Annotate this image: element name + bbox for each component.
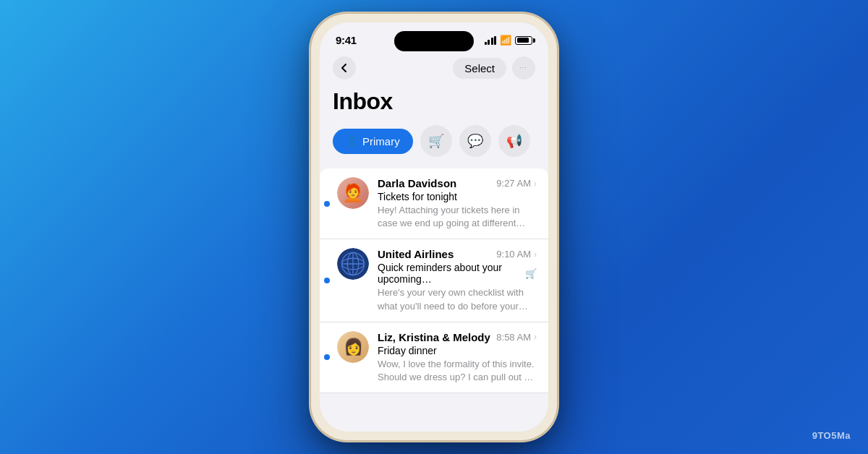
email-time-3: 8:58 AM — [496, 332, 531, 343]
tab-social[interactable]: 💬 — [459, 125, 491, 157]
email-preview-3: Wow, I love the formality of this invite… — [378, 358, 537, 384]
avatar-united — [337, 248, 369, 280]
email-content-3: Liz, Kristina & Melody 8:58 AM › Friday … — [378, 331, 537, 384]
email-preview-1: Hey! Attaching your tickets here in case… — [378, 204, 537, 230]
status-icons: 📶 — [485, 35, 533, 46]
shopping-tag-icon: 🛒 — [525, 268, 537, 279]
email-sender-1: Darla Davidson — [378, 177, 456, 189]
inbox-title: Inbox — [320, 85, 548, 125]
watermark: 9TO5Ma — [812, 430, 851, 441]
chat-icon: 💬 — [467, 133, 483, 149]
select-button[interactable]: Select — [453, 58, 506, 79]
email-chevron-2: › — [534, 249, 537, 260]
email-content-1: Darla Davidson 9:27 AM › Tickets for ton… — [378, 177, 537, 230]
more-button[interactable]: ··· — [512, 56, 535, 80]
megaphone-icon: 📢 — [506, 133, 522, 149]
unread-dot-2 — [324, 278, 330, 283]
person-icon: 👤 — [346, 135, 358, 147]
email-subject-1: Tickets for tonight — [378, 191, 537, 202]
tab-primary-label: Primary — [362, 135, 400, 147]
battery-icon — [515, 36, 532, 45]
unread-dot-3 — [324, 354, 330, 360]
phone-wrapper: 9:41 📶 — [311, 14, 557, 440]
tab-shopping[interactable]: 🛒 — [420, 125, 452, 157]
nav-right-buttons: Select ··· — [453, 56, 535, 80]
email-item-1[interactable]: 🧑‍🦰 Darla Davidson 9:27 AM › Tickets for… — [320, 168, 548, 239]
email-chevron-1: › — [534, 179, 537, 189]
dynamic-island — [394, 31, 474, 51]
tab-primary[interactable]: 👤 Primary — [333, 129, 413, 154]
tab-promotions[interactable]: 📢 — [498, 125, 530, 157]
signal-icon — [485, 36, 497, 45]
email-item-2[interactable]: United Airlines 9:10 AM › Quick reminder… — [320, 239, 548, 322]
nav-bar: Select ··· — [320, 52, 548, 85]
unread-dot-1 — [324, 201, 330, 207]
wifi-icon: 📶 — [500, 35, 511, 46]
avatar-darla: 🧑‍🦰 — [337, 177, 369, 209]
tabs-row: 👤 Primary 🛒 💬 📢 — [320, 125, 548, 168]
avatar-group: 👩 — [337, 331, 369, 363]
email-time-2: 9:10 AM — [496, 249, 531, 260]
phone-screen: 9:41 📶 — [320, 22, 548, 432]
email-sender-2: United Airlines — [378, 248, 454, 260]
email-time-1: 9:27 AM — [496, 178, 531, 189]
email-preview-2: Here's your very own checklist with what… — [378, 286, 537, 312]
status-time: 9:41 — [336, 34, 357, 46]
email-subject-3: Friday dinner — [378, 345, 537, 356]
back-button[interactable] — [333, 56, 356, 80]
email-sender-3: Liz, Kristina & Melody — [378, 331, 490, 343]
email-list: 🧑‍🦰 Darla Davidson 9:27 AM › Tickets for… — [320, 168, 548, 393]
cart-icon: 🛒 — [428, 133, 444, 149]
email-item-3[interactable]: 👩 Liz, Kristina & Melody 8:58 AM › Frida… — [320, 322, 548, 393]
email-subject-2: Quick reminders about your upcoming… 🛒 — [378, 262, 537, 285]
email-chevron-3: › — [534, 332, 537, 342]
email-content-2: United Airlines 9:10 AM › Quick reminder… — [378, 248, 537, 312]
